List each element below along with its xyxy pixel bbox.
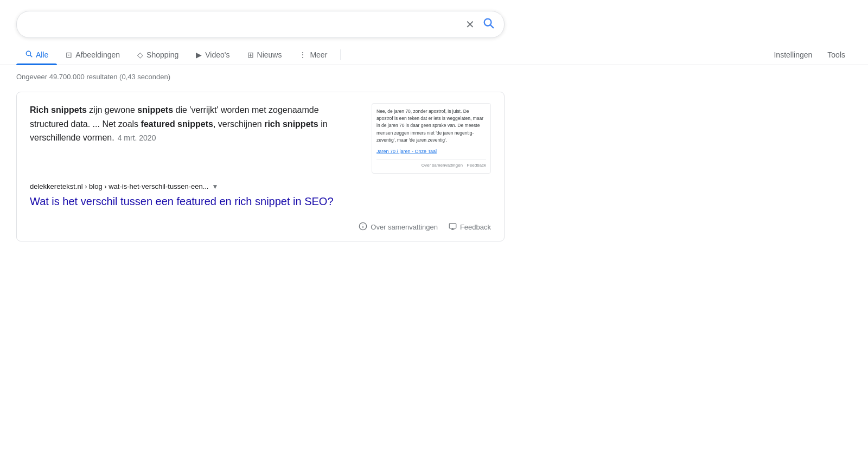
snippet-title: Wat is het verschil tussen een featured … [30, 194, 491, 209]
search-bar: wat is het verschil tussen een featured … [16, 11, 505, 38]
search-icon[interactable] [482, 17, 494, 32]
feedback-icon [449, 222, 457, 232]
tab-afbeeldingen-label: Afbeeldingen [75, 50, 120, 59]
preview-footer-summary: Over samenvattingen [422, 162, 463, 169]
tab-nieuws-label: Nieuws [257, 50, 282, 59]
tab-alle-label: Alle [36, 50, 48, 59]
snippet-text: Rich snippets zijn gewone snippets die '… [30, 103, 359, 174]
meer-icon: ⋮ [299, 50, 307, 59]
snippet-footer: Over samenvattingen Feedback [30, 217, 491, 232]
info-icon [359, 222, 367, 232]
search-input[interactable]: wat is het verschil tussen een featured … [27, 19, 465, 30]
snippet-preview-text: Nee, de jaren 70, zonder apostrof, is ju… [376, 108, 486, 144]
nav-tabs: Alle ⊡ Afbeeldingen ◇ Shopping ▶ Video's… [0, 38, 868, 65]
tools-link[interactable]: Tools [821, 45, 852, 65]
snippet-date: 4 mrt. 2020 [118, 133, 156, 142]
tab-nieuws[interactable]: ⊞ Nieuws [239, 45, 291, 65]
search-bar-container: wat is het verschil tussen een featured … [0, 0, 868, 38]
svg-line-1 [490, 25, 493, 28]
shopping-icon: ◇ [137, 50, 143, 59]
nav-right: Instellingen Tools [767, 45, 852, 65]
tab-alle[interactable]: Alle [16, 44, 57, 65]
snippet-title-link[interactable]: Wat is het verschil tussen een featured … [30, 195, 334, 207]
snippet-preview-link[interactable]: Jaren 70 / jaren - Onze Taal [376, 148, 486, 156]
nieuws-icon: ⊞ [247, 50, 254, 59]
footer-summary-label: Over samenvattingen [371, 223, 438, 231]
snippet-content: Rich snippets zijn gewone snippets die '… [30, 103, 491, 174]
chevron-down-icon[interactable]: ▼ [212, 183, 218, 190]
snippet-preview-panel: Nee, de jaren 70, zonder apostrof, is ju… [372, 103, 491, 174]
alle-icon [25, 50, 33, 59]
settings-link[interactable]: Instellingen [767, 45, 819, 65]
tab-meer[interactable]: ⋮ Meer [290, 45, 336, 65]
tab-videos[interactable]: ▶ Video's [187, 45, 238, 65]
tab-afbeeldingen[interactable]: ⊡ Afbeeldingen [57, 45, 129, 65]
afbeeldingen-icon: ⊡ [66, 50, 72, 59]
svg-rect-7 [449, 224, 456, 228]
footer-feedback-label: Feedback [460, 223, 491, 231]
footer-feedback-item[interactable]: Feedback [449, 222, 491, 232]
tab-shopping[interactable]: ◇ Shopping [129, 45, 187, 65]
preview-footer-feedback[interactable]: Feedback [467, 162, 486, 169]
svg-line-3 [30, 55, 32, 57]
tab-shopping-label: Shopping [146, 50, 178, 59]
videos-icon: ▶ [196, 50, 202, 59]
snippet-source-url: delekkeretekst.nl › blog › wat-is-het-ve… [30, 182, 208, 190]
snippet-source: delekkeretekst.nl › blog › wat-is-het-ve… [30, 182, 491, 190]
footer-summary-item[interactable]: Over samenvattingen [359, 222, 438, 232]
tab-videos-label: Video's [205, 50, 229, 59]
snippet-text-rich-snippets: Rich snippets zijn gewone snippets die '… [30, 105, 328, 142]
nav-separator [340, 49, 341, 60]
snippet-preview-footer: Over samenvattingen Feedback [376, 160, 486, 169]
featured-snippet-card: Rich snippets zijn gewone snippets die '… [16, 92, 505, 241]
tab-meer-label: Meer [310, 50, 327, 59]
results-count: Ongeveer 49.700.000 resultaten (0,43 sec… [0, 65, 868, 85]
clear-icon[interactable]: ✕ [465, 18, 475, 31]
